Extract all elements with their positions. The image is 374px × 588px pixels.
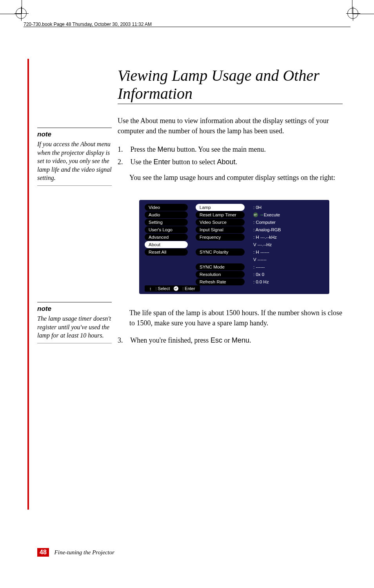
note-rule xyxy=(37,185,112,186)
ui-label: Esc xyxy=(211,336,222,344)
osd-value: : H ------ xyxy=(253,249,324,256)
step-text: Press the xyxy=(131,145,158,153)
step-1: 1. Press the Menu button. You see the ma… xyxy=(118,144,343,154)
osd-label xyxy=(196,256,245,263)
step-number: 3. xyxy=(118,335,129,345)
step-text: When you're finished, press xyxy=(130,336,211,344)
osd-menu: Video Audio Setting User's Logo Advanced… xyxy=(139,200,329,294)
note-rule xyxy=(37,302,112,303)
osd-value: : 0.0 Hz xyxy=(253,278,324,285)
osd-right-column: : 0H ↵ →Execute : Computer : Analog-RGB … xyxy=(252,204,324,285)
osd-label: Reset Lamp Timer xyxy=(196,211,245,218)
registration-mark xyxy=(347,8,358,19)
step-number: 1. xyxy=(118,144,129,154)
osd-label: SYNC Mode xyxy=(196,263,245,270)
osd-label: Lamp xyxy=(196,204,245,211)
ui-label: Menu xyxy=(232,336,249,344)
ui-label: Enter xyxy=(153,158,170,166)
osd-item: Advanced xyxy=(145,234,188,241)
osd-label: Video Source xyxy=(196,219,245,226)
osd-label: SYNC Polarity xyxy=(196,249,245,256)
osd-label: Input Signal xyxy=(196,226,245,233)
osd-footer: : Select ↵ : Enter xyxy=(145,285,200,292)
osd-label: Refresh Rate xyxy=(196,278,245,285)
page-number: 48 xyxy=(37,548,49,557)
osd-value-text: Execute xyxy=(264,212,280,217)
footer-section: Fine-tuning the Projector xyxy=(54,549,115,555)
osd-value: : Computer xyxy=(253,219,324,226)
step-text: . xyxy=(236,158,238,166)
osd-value: : Analog-RGB xyxy=(253,226,324,233)
note-rule xyxy=(37,343,112,343)
margin-note-1: note If you access the About menu when t… xyxy=(37,127,112,186)
osd-left-column: Video Audio Setting User's Logo Advanced… xyxy=(145,204,188,285)
updown-icon xyxy=(149,286,152,291)
ui-label: Menu xyxy=(158,145,175,153)
osd-item: User's Logo xyxy=(145,226,188,233)
step-text: button to select xyxy=(171,158,217,166)
osd-value: : 0x 0 xyxy=(253,271,324,278)
page-footer: 48 Fine-tuning the Projector xyxy=(37,548,114,557)
margin-note-2: note The lamp usage timer doesn't regist… xyxy=(37,302,112,343)
margin-red-bar xyxy=(27,59,29,510)
note-body: If you access the About menu when the pr… xyxy=(37,140,112,182)
osd-item-selected: About xyxy=(145,241,188,248)
osd-label: Frequency xyxy=(196,234,245,241)
step-3: 3. When you're finished, press Esc or Me… xyxy=(118,335,343,345)
enter-icon: ↵ xyxy=(174,286,178,291)
intro-paragraph: Use the About menu to view information a… xyxy=(118,116,343,136)
note-body: The lamp usage timer doesn't register un… xyxy=(37,314,112,340)
osd-value: : 0H xyxy=(253,204,324,211)
osd-middle-column: Lamp Reset Lamp Timer Video Source Input… xyxy=(196,204,245,285)
step-2-sub: You see the lamp usage hours and compute… xyxy=(129,172,343,183)
osd-label: Resolution xyxy=(196,271,245,278)
osd-footer-select: : Select xyxy=(156,286,170,291)
osd-value: V ---.--Hz xyxy=(253,241,324,248)
note-heading: note xyxy=(37,305,112,313)
registration-mark xyxy=(16,8,27,19)
step-text: or xyxy=(222,336,232,344)
step-text: Use the xyxy=(131,158,154,166)
osd-value: ↵ →Execute xyxy=(253,211,324,218)
execute-arrow: → xyxy=(259,212,264,217)
ui-label: About xyxy=(217,158,236,166)
step-text: button. You see the main menu. xyxy=(175,145,266,153)
osd-item: Reset All xyxy=(145,249,188,256)
step-number: 2. xyxy=(118,157,129,167)
enter-icon: ↵ xyxy=(253,212,258,217)
osd-item: Audio xyxy=(145,211,188,218)
note-heading: note xyxy=(37,131,112,138)
osd-item: Video xyxy=(145,204,188,211)
osd-value: V ------ xyxy=(253,256,324,263)
after-osd-paragraph: The life span of the lamp is about 1500 … xyxy=(129,308,343,328)
osd-value: : H ---.--kHz xyxy=(253,234,324,241)
header-rule xyxy=(24,27,350,27)
step-text: . xyxy=(249,336,251,344)
osd-footer-enter: : Enter xyxy=(182,286,195,291)
note-rule xyxy=(37,127,112,128)
header-running-line: 720-730.book Page 48 Thursday, October 3… xyxy=(24,22,152,27)
section-title: Viewing Lamp Usage and Other Information xyxy=(118,67,343,104)
osd-label xyxy=(196,241,245,248)
osd-value: : ------ xyxy=(253,263,324,270)
step-2: 2. Use the Enter button to select About. xyxy=(118,157,343,167)
osd-item: Setting xyxy=(145,219,188,226)
